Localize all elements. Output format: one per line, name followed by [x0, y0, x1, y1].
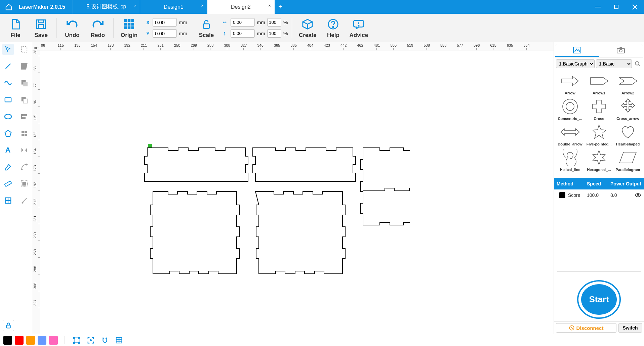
start-button[interactable]: Start — [578, 282, 619, 317]
svg-rect-49 — [74, 342, 75, 343]
svg-rect-10 — [128, 27, 130, 29]
width-pct-input[interactable] — [267, 18, 281, 27]
shape-heart[interactable]: Heart-shaped — [614, 123, 642, 147]
polygon-tool[interactable] — [2, 128, 14, 139]
lock-icon — [201, 17, 211, 31]
measure-tool[interactable] — [2, 178, 14, 189]
svg-rect-31 — [22, 134, 24, 136]
add-tab-button[interactable]: + — [275, 0, 286, 14]
scale-button[interactable]: Scale — [194, 14, 219, 41]
col-speed: Speed — [584, 181, 608, 186]
tab-file-1[interactable]: 5.设计图模板.lcp × — [73, 0, 140, 14]
align-left-tool[interactable] — [18, 111, 30, 122]
color-swatch[interactable] — [49, 336, 58, 345]
close-icon[interactable]: × — [201, 3, 204, 8]
shapes-tab[interactable] — [555, 44, 599, 57]
line-tool[interactable] — [2, 60, 14, 72]
array-tool[interactable] — [2, 195, 14, 206]
shape-star5[interactable]: Five-pointed... — [585, 123, 613, 147]
shape-star6[interactable]: Hexagonal_... — [585, 148, 613, 173]
save-button[interactable]: Save — [28, 14, 54, 41]
color-swatch[interactable] — [15, 336, 24, 345]
canvas[interactable] — [40, 50, 554, 334]
subtract-tool[interactable] — [18, 94, 30, 105]
svg-rect-4 — [128, 19, 130, 22]
color-swatch[interactable] — [38, 336, 46, 345]
close-icon[interactable]: × — [134, 3, 136, 8]
svg-rect-11 — [131, 27, 134, 29]
canvas-area[interactable]: mm 9611513515417319221123125026928830832… — [32, 42, 554, 334]
rectangle-tool[interactable] — [2, 94, 14, 105]
shape-category-2[interactable]: 1.Basic — [596, 59, 632, 68]
svg-rect-16 — [5, 98, 11, 102]
layer-row[interactable]: Score100.08.0 — [554, 189, 644, 201]
x-input[interactable] — [153, 18, 177, 27]
text-tool[interactable]: A — [2, 144, 14, 156]
distribute-tool[interactable] — [18, 128, 30, 139]
home-icon[interactable] — [0, 0, 17, 14]
svg-point-14 — [333, 27, 334, 28]
eraser-tool[interactable] — [2, 161, 14, 173]
frame-icon[interactable] — [72, 335, 82, 345]
maximize-button[interactable] — [607, 0, 626, 14]
shape-category-1[interactable]: 1.BasicGraph — [556, 59, 595, 68]
focus-icon[interactable] — [86, 335, 96, 345]
height-pct-input[interactable] — [267, 29, 281, 38]
trace-tool[interactable] — [18, 161, 30, 173]
close-window-button[interactable] — [626, 0, 644, 14]
select-tool[interactable] — [2, 44, 14, 55]
undo-button[interactable]: Undo — [59, 14, 85, 41]
svg-rect-5 — [131, 19, 134, 22]
create-button[interactable]: Create — [295, 14, 320, 41]
redo-button[interactable]: Redo — [85, 14, 111, 41]
tab-file-3[interactable]: Design2 × — [207, 0, 275, 14]
color-swatch[interactable] — [3, 336, 12, 345]
color-swatch[interactable] — [26, 336, 35, 345]
ruler-tick-label: 462 — [357, 43, 363, 47]
undo-icon — [66, 17, 78, 31]
ruler-tick-label: 654 — [524, 43, 530, 47]
width-input[interactable] — [231, 18, 255, 27]
ruler-tick-label: 327 — [241, 43, 247, 47]
fill-tool[interactable] — [18, 60, 30, 72]
height-input[interactable] — [231, 29, 255, 38]
shape-arrow[interactable]: Arrow — [556, 72, 584, 96]
search-icon[interactable] — [633, 59, 642, 68]
mirror-tool[interactable] — [18, 144, 30, 156]
ruler-tick-label: 288 — [207, 43, 213, 47]
shape-cross-arrow[interactable]: Cross_arrow — [614, 97, 642, 122]
origin-button[interactable]: Origin — [116, 14, 142, 41]
ellipse-tool[interactable] — [2, 111, 14, 122]
shape-concentric[interactable]: Concentric_... — [556, 97, 584, 122]
grid-icon[interactable] — [114, 335, 124, 345]
close-icon[interactable]: × — [268, 3, 271, 8]
file-button[interactable]: File — [3, 14, 28, 41]
shape-arrow2[interactable]: Arrow2 — [614, 72, 642, 96]
minimize-button[interactable] — [589, 0, 607, 14]
help-button[interactable]: Help — [320, 14, 346, 41]
shape-parallelogram[interactable]: Parallelogram — [614, 148, 642, 173]
ruler-tick-label: 500 — [391, 43, 397, 47]
magnet-icon[interactable] — [100, 335, 110, 345]
lock-toggle[interactable] — [3, 320, 14, 331]
group-tool[interactable] — [18, 178, 30, 189]
y-input[interactable] — [153, 29, 177, 38]
path-tool[interactable] — [18, 195, 30, 206]
marquee-tool[interactable] — [18, 44, 30, 55]
tab-file-2[interactable]: Design1 × — [140, 0, 207, 14]
shape-library-grid: Arrow Arrow1 Arrow2 Concentric_... Cross… — [554, 70, 644, 176]
svg-rect-48 — [79, 337, 80, 338]
eye-icon[interactable] — [635, 193, 641, 198]
shape-double-arrow[interactable]: Double_arrow — [556, 123, 584, 147]
camera-tab[interactable] — [599, 44, 643, 57]
shape-cross[interactable]: Cross — [585, 97, 613, 122]
union-tool[interactable] — [18, 77, 30, 89]
shape-arrow1[interactable]: Arrow1 — [585, 72, 613, 96]
switch-button[interactable]: Switch — [618, 323, 642, 333]
disconnect-button[interactable]: Disconnect — [556, 323, 616, 333]
curve-tool[interactable] — [2, 77, 14, 89]
advice-button[interactable]: Advice — [346, 14, 371, 41]
svg-rect-8 — [131, 23, 134, 25]
bottom-bar — [0, 334, 644, 346]
shape-helical[interactable]: Helical_line — [556, 148, 584, 173]
